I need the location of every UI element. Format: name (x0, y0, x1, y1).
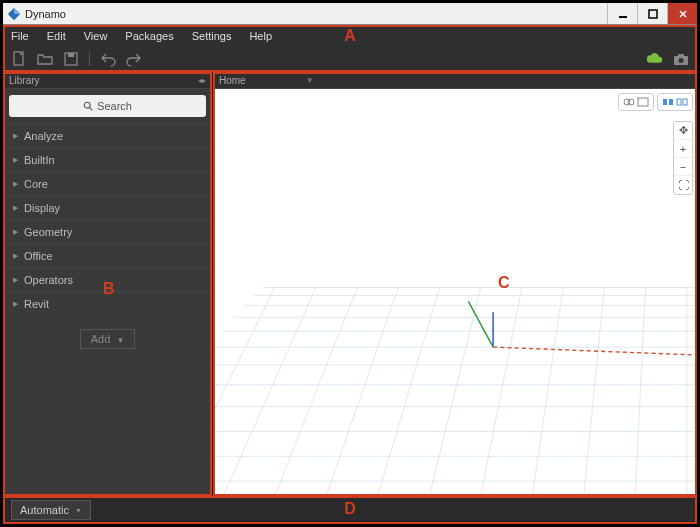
library-item-display[interactable]: ▶Display (3, 195, 212, 219)
view-switch-group[interactable] (657, 93, 693, 111)
search-input[interactable]: Search (9, 95, 206, 117)
library-item-label: Analyze (24, 130, 63, 142)
menu-view[interactable]: View (84, 30, 108, 42)
workspace-panel: Home ▼ (213, 72, 697, 496)
library-item-office[interactable]: ▶Office (3, 243, 212, 267)
library-item-analyze[interactable]: ▶Analyze (3, 123, 212, 147)
cloud-upload-icon[interactable] (645, 52, 663, 66)
library-item-label: Office (24, 250, 53, 262)
svg-line-22 (584, 288, 605, 496)
chevron-right-icon: ▶ (13, 300, 18, 308)
3d-viewport[interactable]: ✥ + − ⛶ C (213, 89, 697, 496)
window-controls (607, 3, 697, 24)
library-item-label: Display (24, 202, 60, 214)
menu-edit[interactable]: Edit (47, 30, 66, 42)
panel-collapse-icon: ◂▸ (198, 76, 206, 85)
library-item-label: Revit (24, 298, 49, 310)
library-item-core[interactable]: ▶Core (3, 171, 212, 195)
svg-rect-42 (669, 99, 673, 105)
titlebar: Dynamo (3, 3, 697, 25)
redo-icon[interactable] (126, 51, 142, 67)
library-item-label: Operators (24, 274, 73, 286)
main-row: Library ◂▸ Search ▶Analyze ▶BuiltIn ▶Cor… (3, 72, 697, 496)
fit-button[interactable]: ⛶ (674, 176, 692, 194)
chevron-down-icon: ▼ (75, 507, 82, 514)
svg-line-13 (90, 108, 93, 111)
viewport-nav: ✥ + − ⛶ (673, 121, 693, 195)
y-axis (468, 301, 493, 347)
library-item-label: Geometry (24, 226, 72, 238)
chevron-right-icon: ▶ (13, 252, 18, 260)
3d-view-icon (676, 96, 688, 108)
svg-line-17 (326, 288, 398, 496)
svg-line-14 (213, 288, 275, 496)
graph-view-icon (662, 96, 674, 108)
svg-point-11 (679, 58, 684, 63)
svg-rect-3 (649, 10, 657, 18)
3d-grid (213, 89, 697, 496)
search-placeholder: Search (97, 100, 132, 112)
open-file-icon[interactable] (37, 51, 53, 67)
chevron-right-icon: ▶ (13, 156, 18, 164)
window-title: Dynamo (25, 8, 607, 20)
wire-mode-icon (637, 96, 649, 108)
svg-line-21 (532, 288, 563, 496)
minimize-button[interactable] (607, 3, 637, 24)
svg-line-15 (223, 288, 316, 496)
menu-settings[interactable]: Settings (192, 30, 232, 42)
chevron-right-icon: ▶ (13, 180, 18, 188)
chevron-down-icon: ▼ (306, 76, 314, 85)
library-item-builtin[interactable]: ▶BuiltIn (3, 147, 212, 171)
svg-rect-40 (638, 98, 648, 106)
library-panel-header[interactable]: Library ◂▸ (3, 72, 212, 89)
menu-help[interactable]: Help (249, 30, 272, 42)
chevron-right-icon: ▶ (13, 228, 18, 236)
dynamo-logo-icon (7, 7, 21, 21)
save-icon[interactable] (63, 51, 79, 67)
workspace-tab-header[interactable]: Home ▼ (213, 72, 697, 89)
menubar: File Edit View Packages Settings Help A (3, 25, 697, 47)
menu-packages[interactable]: Packages (125, 30, 173, 42)
close-button[interactable] (667, 3, 697, 24)
x-axis (493, 347, 697, 355)
zoom-out-button[interactable]: − (674, 158, 692, 176)
svg-rect-10 (678, 54, 684, 57)
chevron-down-icon: ▼ (116, 336, 124, 345)
callout-B: B (103, 280, 115, 298)
svg-marker-1 (14, 7, 20, 13)
svg-line-18 (378, 288, 440, 496)
library-panel: Library ◂▸ Search ▶Analyze ▶BuiltIn ▶Cor… (3, 72, 213, 496)
svg-rect-8 (68, 53, 74, 57)
callout-D: D (344, 500, 356, 518)
camera-icon[interactable] (673, 52, 689, 66)
svg-rect-2 (619, 16, 627, 18)
chevron-right-icon: ▶ (13, 276, 18, 284)
pan-button[interactable]: ✥ (674, 122, 692, 140)
shaded-mode-icon (623, 96, 635, 108)
menu-file[interactable]: File (11, 30, 29, 42)
workspace-tab-title: Home (219, 75, 246, 86)
svg-line-19 (429, 288, 480, 496)
search-icon (83, 101, 93, 111)
toolbar (3, 47, 697, 72)
svg-line-16 (275, 288, 357, 496)
add-button-label: Add (91, 333, 111, 345)
svg-rect-41 (663, 99, 667, 105)
new-file-icon[interactable] (11, 51, 27, 67)
zoom-in-button[interactable]: + (674, 140, 692, 158)
top-region: File Edit View Packages Settings Help A (3, 25, 697, 72)
svg-rect-43 (677, 99, 681, 105)
display-mode-group[interactable] (618, 93, 654, 111)
svg-point-12 (84, 102, 90, 108)
maximize-button[interactable] (637, 3, 667, 24)
add-button[interactable]: Add ▼ (80, 329, 136, 349)
svg-point-39 (628, 99, 634, 105)
undo-icon[interactable] (100, 51, 116, 67)
library-item-geometry[interactable]: ▶Geometry (3, 219, 212, 243)
svg-line-23 (635, 288, 645, 496)
run-mode-label: Automatic (20, 504, 69, 516)
run-mode-selector[interactable]: Automatic ▼ (11, 500, 91, 520)
callout-A: A (344, 27, 356, 45)
dynamo-window: Dynamo File Edit View Packages Settings … (0, 0, 700, 527)
svg-rect-44 (683, 99, 687, 105)
